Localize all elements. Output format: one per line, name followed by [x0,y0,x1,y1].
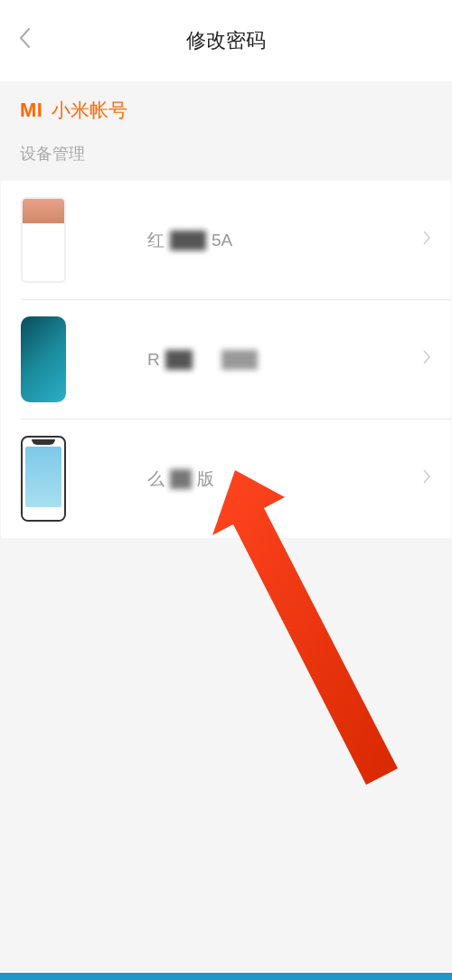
device-item[interactable]: R [1,300,451,419]
device-name: 么 版 [66,467,423,491]
chevron-right-icon [423,231,431,250]
device-thumbnail [21,436,66,522]
chevron-right-icon [423,469,431,488]
section-label: 设备管理 [0,132,452,181]
mi-logo: MI [20,99,42,122]
device-name-prefix: 红 [147,229,165,252]
device-item[interactable]: 红 5A [1,181,451,299]
brand-text: 小米帐号 [52,98,127,123]
redacted-text [170,469,192,489]
device-name-suffix: 5A [212,231,232,250]
bottom-accent-bar [0,971,452,980]
annotation-arrow [208,470,452,922]
device-name: R [66,350,423,370]
redacted-text [170,231,206,250]
redacted-text [221,350,258,370]
page-title: 修改密码 [0,27,452,54]
device-item[interactable]: 么 版 [1,419,451,538]
chevron-right-icon [423,350,431,369]
device-thumbnail [21,316,66,402]
header-bar: 修改密码 [0,0,452,81]
device-name-suffix: 版 [197,467,214,491]
redacted-text [165,350,193,370]
device-thumbnail [21,197,66,283]
device-list: 红 5A R 么 版 [1,181,451,538]
brand-header: MI 小米帐号 [0,81,452,132]
device-name-prefix: R [147,350,160,370]
device-name: 红 5A [66,229,423,252]
back-icon[interactable] [18,27,31,54]
device-name-prefix: 么 [147,467,165,491]
